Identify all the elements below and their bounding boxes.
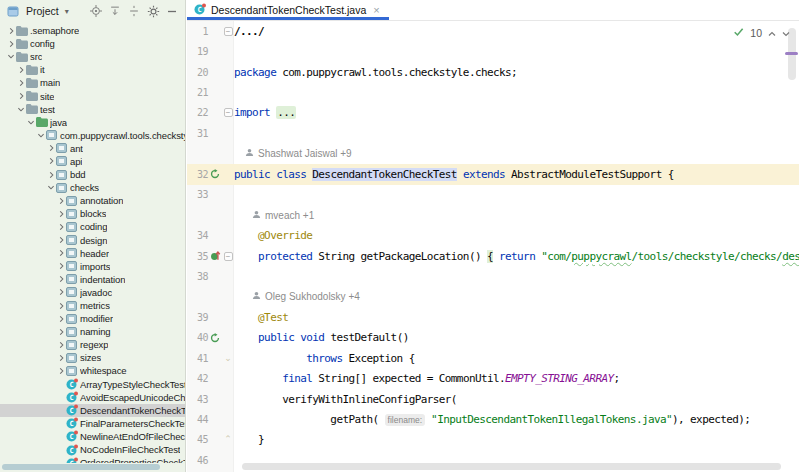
code-line[interactable]: 39 @Test xyxy=(187,307,799,327)
tree-item[interactable]: modifier xyxy=(0,312,185,325)
chevron-collapsed-icon[interactable] xyxy=(56,367,66,375)
chevron-collapsed-icon[interactable] xyxy=(16,92,26,100)
code-line[interactable]: 33 xyxy=(187,185,799,205)
tree-item[interactable]: api xyxy=(0,155,185,168)
project-panel-title[interactable]: Project xyxy=(26,5,59,17)
tree-item[interactable]: .semaphore xyxy=(0,24,185,37)
chevron-collapsed-icon[interactable] xyxy=(46,144,56,152)
tree-item[interactable]: CAvoidEscapedUnicodeCharactersChe xyxy=(0,391,185,404)
chevron-collapsed-icon[interactable] xyxy=(56,302,66,310)
code-line[interactable]: 41⌄ throws Exception { xyxy=(187,348,799,368)
code-line[interactable]: 21 xyxy=(187,82,799,102)
code-line[interactable]: 40 public void testDefault() xyxy=(187,328,799,348)
chevron-down-icon[interactable]: ▾ xyxy=(65,7,69,16)
code-line[interactable]: 22−import ... xyxy=(187,103,799,123)
chevron-expanded-icon[interactable] xyxy=(26,119,36,126)
code-line[interactable]: 38 xyxy=(187,266,799,286)
chevron-collapsed-icon[interactable] xyxy=(16,79,26,87)
code-line[interactable]: 34 @Override xyxy=(187,225,799,245)
tree-item[interactable]: imports xyxy=(0,260,185,273)
code-line[interactable]: 44 getPath( filename: "InputDescendantTo… xyxy=(187,409,799,429)
tree-item[interactable]: metrics xyxy=(0,299,185,312)
author-inlay[interactable]: mveach +1 xyxy=(252,210,314,221)
settings-gear-icon[interactable] xyxy=(145,3,161,19)
chevron-collapsed-icon[interactable] xyxy=(56,341,66,349)
code-line[interactable]: 1−/.../ xyxy=(187,21,799,41)
chevron-collapsed-icon[interactable] xyxy=(56,275,66,283)
tab-descendant-token-check-test[interactable]: C DescendantTokenCheckTest.java × xyxy=(187,0,389,20)
chevron-collapsed-icon[interactable] xyxy=(56,197,66,205)
fold-marker-icon[interactable]: − xyxy=(224,252,233,261)
chevron-collapsed-icon[interactable] xyxy=(46,157,56,165)
code-line[interactable]: 35− protected String getPackageLocation(… xyxy=(187,246,799,266)
fold-down-icon[interactable]: ⌄ xyxy=(224,354,232,363)
tree-item[interactable]: CNoCodeInFileCheckTest xyxy=(0,443,185,456)
tree-item[interactable]: CFinalParametersCheckTest xyxy=(0,417,185,430)
fold-marker-icon[interactable]: − xyxy=(224,108,233,117)
tree-item[interactable]: main xyxy=(0,76,185,89)
tree-item[interactable]: indentation xyxy=(0,273,185,286)
author-inlay[interactable]: Oleg Sukhodolsky +4 xyxy=(252,291,360,302)
code-line[interactable]: 43 verifyWithInlineConfigParser( xyxy=(187,389,799,409)
inspections-widget[interactable]: 10 xyxy=(733,26,790,39)
tree-item[interactable]: COrderedPropertiesCheckTest xyxy=(0,456,185,463)
tree-item[interactable]: com.puppycrawl.tools.checkstyle xyxy=(0,129,185,142)
chevron-collapsed-icon[interactable] xyxy=(56,236,66,244)
chevron-collapsed-icon[interactable] xyxy=(46,171,56,179)
code-line[interactable]: 45⌃ } xyxy=(187,430,799,450)
chevron-expanded-icon[interactable] xyxy=(36,132,46,139)
locate-file-icon[interactable] xyxy=(88,3,104,19)
previous-problem-icon[interactable] xyxy=(768,27,776,39)
chevron-collapsed-icon[interactable] xyxy=(6,27,16,35)
tree-item[interactable]: regexp xyxy=(0,338,185,351)
fold-marker-icon[interactable]: − xyxy=(224,27,233,36)
tree-item[interactable]: CArrayTypeStyleCheckTest xyxy=(0,378,185,391)
editor-horizontal-scrollbar[interactable] xyxy=(242,463,781,470)
chevron-collapsed-icon[interactable] xyxy=(56,262,66,270)
chevron-collapsed-icon[interactable] xyxy=(56,288,66,296)
collapse-all-icon[interactable] xyxy=(126,3,142,19)
code-line[interactable]: 42 final String[] expected = CommonUtil.… xyxy=(187,368,799,388)
fold-up-icon[interactable]: ⌃ xyxy=(224,435,232,444)
chevron-collapsed-icon[interactable] xyxy=(56,223,66,231)
chevron-collapsed-icon[interactable] xyxy=(56,315,66,323)
chevron-collapsed-icon[interactable] xyxy=(56,328,66,336)
tree-item[interactable]: bdd xyxy=(0,168,185,181)
overrides-gutter-icon[interactable] xyxy=(210,247,221,265)
project-tree-horizontal-scrollbar[interactable] xyxy=(2,464,160,470)
tree-item[interactable]: site xyxy=(0,89,185,102)
chevron-collapsed-icon[interactable] xyxy=(16,66,26,74)
code-line[interactable]: 31 xyxy=(187,123,799,143)
chevron-collapsed-icon[interactable] xyxy=(56,354,66,362)
chevron-expanded-icon[interactable] xyxy=(46,184,56,191)
author-inlay[interactable]: Shashwat Jaiswal +9 xyxy=(245,148,352,159)
tree-item[interactable]: ant xyxy=(0,142,185,155)
tree-item[interactable]: src xyxy=(0,50,185,63)
tree-item[interactable]: it xyxy=(0,63,185,76)
tree-item[interactable]: blocks xyxy=(0,207,185,220)
tree-item[interactable]: config xyxy=(0,37,185,50)
tree-item[interactable]: whitespace xyxy=(0,364,185,377)
tab-close-icon[interactable]: × xyxy=(373,5,379,16)
tree-item[interactable]: java xyxy=(0,116,185,129)
code-line[interactable]: 20package com.puppycrawl.tools.checkstyl… xyxy=(187,62,799,82)
tree-item[interactable]: javadoc xyxy=(0,286,185,299)
run-gutter-icon[interactable] xyxy=(210,329,220,347)
code-line[interactable]: 19 xyxy=(187,41,799,61)
tree-item[interactable]: naming xyxy=(0,325,185,338)
chevron-expanded-icon[interactable] xyxy=(16,106,26,113)
hide-panel-icon[interactable] xyxy=(164,3,180,19)
tree-item[interactable]: coding xyxy=(0,220,185,233)
tree-item[interactable]: checks xyxy=(0,181,185,194)
code-viewport[interactable]: 1−/.../1920package com.puppycrawl.tools.… xyxy=(187,21,799,472)
tree-item[interactable]: CNewlineAtEndOfFileCheckTest xyxy=(0,430,185,443)
tree-item[interactable]: annotation xyxy=(0,194,185,207)
next-problem-icon[interactable] xyxy=(782,27,790,39)
tree-item[interactable]: sizes xyxy=(0,351,185,364)
tree-item[interactable]: test xyxy=(0,103,185,116)
code-line[interactable]: 32public class DescendantTokenCheckTest … xyxy=(187,164,799,184)
chevron-expanded-icon[interactable] xyxy=(6,53,16,60)
chevron-collapsed-icon[interactable] xyxy=(56,210,66,218)
chevron-collapsed-icon[interactable] xyxy=(56,249,66,257)
expand-all-icon[interactable] xyxy=(107,3,123,19)
